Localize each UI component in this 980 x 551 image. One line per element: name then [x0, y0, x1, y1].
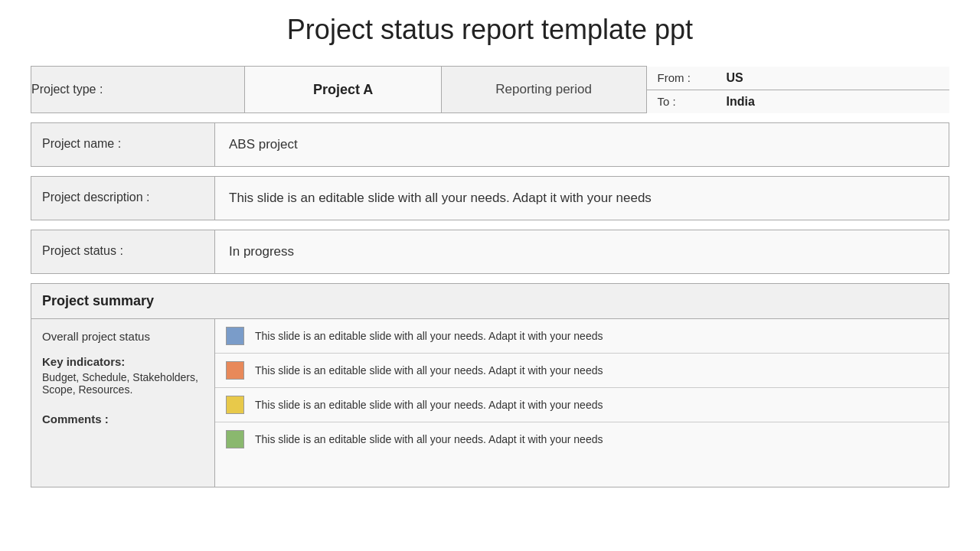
key-indicators-label: Key indicators: — [42, 355, 204, 368]
comments-label: Comments : — [42, 412, 204, 425]
indicator-row-2: This slide is an editable slide with all… — [215, 388, 949, 422]
header-row: Project type : Project A Reporting perio… — [31, 66, 949, 113]
summary-left: Overall project status Key indicators: B… — [31, 319, 215, 487]
summary-right: This slide is an editable slide with all… — [215, 319, 949, 487]
project-name-value: ABS project — [215, 123, 949, 167]
reporting-period-label: Reporting period — [441, 67, 646, 113]
overall-project-status-label: Overall project status — [42, 330, 204, 343]
page-title: Project status report template ppt — [31, 8, 949, 52]
key-indicators-items: Budget, Schedule, Stakeholders, Scope, R… — [42, 371, 204, 396]
project-status-label: Project status : — [31, 230, 215, 274]
indicator-row-0: This slide is an editable slide with all… — [215, 319, 949, 354]
project-type-value: Project A — [245, 67, 441, 113]
project-description-row: Project description : This slide is an e… — [31, 176, 949, 220]
indicator-color-box-2 — [226, 396, 244, 414]
comments-content-row — [215, 456, 949, 487]
indicator-text-1: This slide is an editable slide with all… — [255, 364, 603, 377]
project-type-label: Project type : — [31, 67, 245, 113]
from-label: From : — [658, 71, 727, 84]
to-label: To : — [658, 95, 727, 108]
project-description-value: This slide is an editable slide with all… — [215, 177, 949, 220]
project-status-row: Project status : In progress — [31, 230, 949, 274]
project-summary-section: Project summary Overall project status K… — [31, 283, 949, 487]
project-summary-header: Project summary — [31, 284, 949, 319]
from-value: US — [727, 71, 743, 85]
indicator-text-3: This slide is an editable slide with all… — [255, 433, 603, 445]
project-status-value: In progress — [215, 230, 949, 274]
indicator-text-2: This slide is an editable slide with all… — [255, 399, 603, 411]
to-row: To : India — [647, 90, 949, 113]
project-name-row: Project name : ABS project — [31, 122, 949, 167]
indicator-text-0: This slide is an editable slide with all… — [255, 330, 603, 342]
to-value: India — [727, 95, 755, 109]
from-row: From : US — [647, 67, 949, 90]
indicator-row-3: This slide is an editable slide with all… — [215, 422, 949, 456]
indicator-row-1: This slide is an editable slide with all… — [215, 354, 949, 388]
indicator-color-box-0 — [226, 327, 244, 345]
project-name-label: Project name : — [31, 123, 215, 167]
project-description-label: Project description : — [31, 177, 215, 220]
indicator-color-box-1 — [226, 361, 244, 380]
indicator-color-box-3 — [226, 430, 244, 448]
